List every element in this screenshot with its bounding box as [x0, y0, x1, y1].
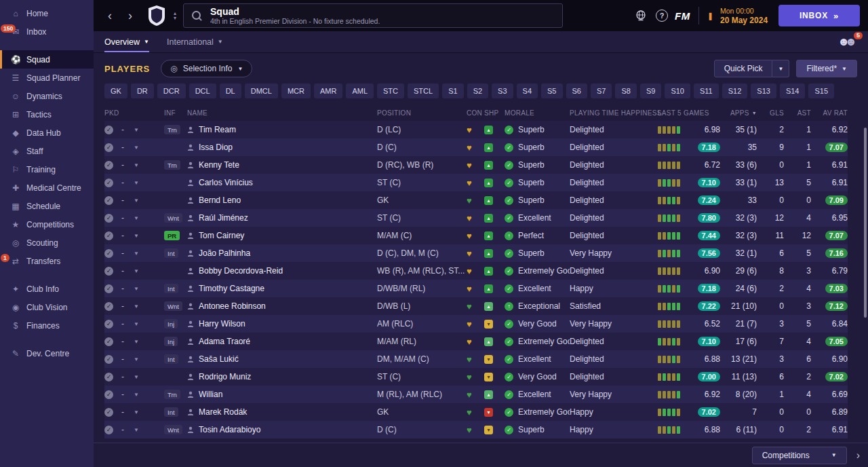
row-dropdown-caret[interactable]: ▼	[134, 303, 139, 310]
filter-s5[interactable]: S5	[541, 83, 562, 98]
column-header-av-rat[interactable]: AV RAT	[811, 109, 848, 117]
row-dropdown-caret[interactable]: ▼	[134, 162, 139, 168]
filter-dcl[interactable]: DCL	[189, 83, 216, 98]
sidebar-item-finances[interactable]: $Finances	[0, 316, 94, 335]
filter-s2[interactable]: S2	[467, 83, 488, 98]
row-dropdown-caret[interactable]: ▼	[134, 409, 139, 415]
player-name[interactable]: Kenny Tete	[199, 160, 239, 170]
player-name[interactable]: Harry Wilson	[199, 319, 245, 329]
tab-international[interactable]: International▼	[167, 31, 223, 52]
player-row[interactable]: ✓-▼WntRaúl JiménezST (C)♥▴✓ExcellentDeli…	[104, 209, 848, 227]
quick-pick-caret[interactable]: ▼	[772, 60, 789, 77]
sidebar-item-home[interactable]: ⌂Home	[0, 4, 94, 22]
filter-dl[interactable]: DL	[220, 83, 241, 98]
squad-happiness-faces-icon[interactable]: ☻☻ 5	[837, 35, 857, 49]
sidebar-item-tactics[interactable]: ⊞Tactics	[0, 105, 94, 124]
filter-stc[interactable]: STC	[377, 83, 404, 98]
player-name[interactable]: Antonee Robinson	[199, 301, 266, 311]
row-dropdown-caret[interactable]: ▼	[134, 268, 139, 274]
quick-pick-button[interactable]: Quick Pick	[714, 60, 773, 77]
column-header-name[interactable]: NAME	[187, 109, 377, 117]
row-dropdown-caret[interactable]: ▼	[134, 374, 139, 380]
sidebar-item-squad[interactable]: ⚽Squad	[0, 50, 94, 69]
row-dropdown-caret[interactable]: ▼	[134, 127, 139, 133]
player-name[interactable]: Bernd Leno	[199, 195, 241, 205]
inbox-button[interactable]: INBOX»	[778, 5, 860, 26]
help-icon[interactable]: ?	[656, 10, 668, 22]
filter-gk[interactable]: GK	[104, 83, 127, 98]
filter-s15[interactable]: S15	[808, 83, 834, 98]
filter-s9[interactable]: S9	[640, 83, 661, 98]
column-header-playing-time-happiness[interactable]: PLAYING TIME HAPPINESS	[570, 109, 658, 117]
player-row[interactable]: ✓-▼Bobby Decordova-ReidWB (R), AM (RLC),…	[104, 262, 848, 280]
player-name[interactable]: Tim Ream	[199, 125, 236, 134]
player-row[interactable]: ✓-▼Rodrigo MunizST (C)♥▾✓Very GoodDeligh…	[104, 368, 848, 386]
filter-s7[interactable]: S7	[591, 83, 612, 98]
sidebar-item-competitions[interactable]: ★Competitions	[0, 215, 94, 234]
filtered-button[interactable]: Filtered*▼	[796, 60, 857, 77]
search-box[interactable]: Squad 4th in English Premier Division - …	[183, 3, 563, 28]
player-name[interactable]: Timothy Castagne	[199, 284, 264, 293]
player-name[interactable]: Tom Cairney	[199, 231, 244, 240]
column-header-apps[interactable]: APPS▼	[720, 109, 757, 117]
club-crest[interactable]	[148, 5, 165, 26]
row-dropdown-caret[interactable]: ▼	[134, 250, 139, 257]
player-row[interactable]: ✓-▼TrnTim ReamD (LC)♥▴✓SuperbDelighted6.…	[104, 121, 848, 138]
filter-s12[interactable]: S12	[722, 83, 748, 98]
sidebar-item-inbox[interactable]: ✉Inbox150	[0, 22, 94, 41]
filter-s10[interactable]: S10	[665, 83, 690, 98]
player-row[interactable]: ✓-▼TrnKenny TeteD (RC), WB (R)♥▴✓SuperbD…	[104, 156, 848, 174]
sidebar-item-medical-centre[interactable]: ✚Medical Centre	[0, 179, 94, 197]
sidebar-item-training[interactable]: ⚐Training	[0, 160, 94, 179]
player-row[interactable]: ✓-▼InjHarry WilsonAM (RLC)♥▾✓Very GoodVe…	[104, 315, 848, 333]
row-dropdown-caret[interactable]: ▼	[134, 392, 139, 398]
player-row[interactable]: ✓-▼InjAdama TraoréM/AM (RL)♥▴✓Extremely …	[104, 333, 848, 350]
player-row[interactable]: ✓-▼IntJoão PalhinhaD (C), DM, M (C)♥▴✓Su…	[104, 244, 848, 262]
sidebar-item-staff[interactable]: ◈Staff	[0, 142, 94, 160]
sidebar-item-dynamics[interactable]: ☺Dynamics	[0, 87, 94, 105]
column-header-last-5-games[interactable]: LAST 5 GAMES	[658, 109, 720, 117]
column-header-pkd[interactable]: PKD	[104, 109, 164, 117]
sidebar-item-data-hub[interactable]: ◆Data Hub	[0, 124, 94, 142]
row-dropdown-caret[interactable]: ▼	[134, 180, 139, 186]
player-row[interactable]: ✓-▼Bernd LenoGK♥▴✓SuperbDelighted7.24330…	[104, 191, 848, 209]
sidebar-item-transfers[interactable]: ⇄Transfers1	[0, 252, 94, 270]
player-row[interactable]: ✓-▼IntTimothy CastagneD/WB/M (RL)♥▴✓Exce…	[104, 280, 848, 297]
selection-info-dropdown[interactable]: ◎ Selection Info ▼	[161, 60, 252, 77]
player-row[interactable]: ✓-▼Issa DiopD (C)♥▴✓SuperbDelighted7.183…	[104, 138, 848, 156]
player-name[interactable]: Issa Diop	[199, 143, 233, 152]
player-row[interactable]: ✓-▼Carlos ViníciusST (C)♥▴✓SuperbDelight…	[104, 174, 848, 191]
row-dropdown-caret[interactable]: ▼	[134, 286, 139, 292]
scrollbar-thumb[interactable]	[864, 128, 867, 318]
column-header-shp[interactable]: SHP	[484, 109, 505, 117]
row-dropdown-caret[interactable]: ▼	[134, 233, 139, 239]
player-row[interactable]: ✓-▼IntMarek RodákGK♥▾✓Extremely GoodHapp…	[104, 403, 848, 421]
player-name[interactable]: Marek Rodák	[199, 407, 247, 417]
filter-dmcl[interactable]: DMCL	[245, 83, 278, 98]
filter-s4[interactable]: S4	[517, 83, 538, 98]
player-name[interactable]: João Palhinha	[199, 248, 250, 258]
row-dropdown-caret[interactable]: ▼	[134, 145, 139, 151]
competitions-dropdown[interactable]: Competitions▼	[752, 447, 847, 464]
filter-dr[interactable]: DR	[131, 83, 154, 98]
sidebar-item-dev-centre[interactable]: ✎Dev. Centre	[0, 344, 94, 362]
world-icon[interactable]	[633, 7, 649, 24]
filter-s13[interactable]: S13	[751, 83, 776, 98]
team-cycle-carets[interactable]: ▴▾	[174, 11, 176, 20]
player-name[interactable]: Adama Traoré	[199, 337, 250, 346]
player-row[interactable]: ✓-▼WntTosin AdarabioyoD (C)♥▾✓SuperbHapp…	[104, 421, 848, 438]
forward-arrow[interactable]: ›	[123, 10, 137, 22]
filter-s11[interactable]: S11	[694, 83, 719, 98]
sidebar-item-scouting[interactable]: ◎Scouting	[0, 234, 94, 252]
row-dropdown-caret[interactable]: ▼	[134, 198, 139, 204]
sidebar-item-club-vision[interactable]: ◉Club Vision	[0, 298, 94, 316]
player-name[interactable]: Bobby Decordova-Reid	[199, 266, 283, 276]
tab-overview[interactable]: Overview▼	[104, 31, 149, 52]
player-name[interactable]: Raúl Jiménez	[199, 213, 248, 223]
player-name[interactable]: Tosin Adarabioyo	[199, 425, 260, 434]
player-name[interactable]: Willian	[199, 390, 222, 399]
player-row[interactable]: ✓-▼PRTom CairneyM/AM (C)♥▴↑PerfectDeligh…	[104, 227, 848, 244]
row-dropdown-caret[interactable]: ▼	[134, 339, 139, 345]
filter-s3[interactable]: S3	[492, 83, 513, 98]
filter-mcr[interactable]: MCR	[281, 83, 311, 98]
